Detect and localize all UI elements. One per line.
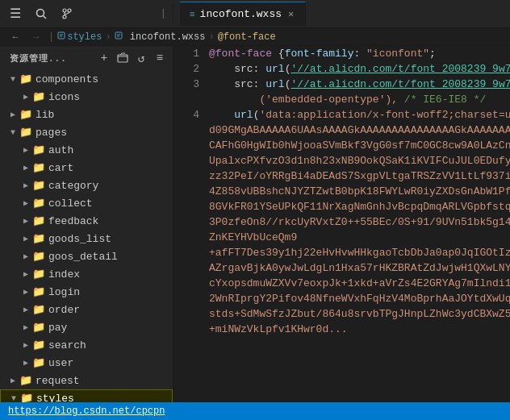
tree-item-user[interactable]: ▶ 📁 user [0,354,173,372]
status-left: https://blog.csdn.net/cpcpn [8,405,165,417]
tree-item-icons[interactable]: ▶ 📁 icons [0,88,173,106]
tree-item-styles[interactable]: ▼ 📁 styles [0,389,173,402]
svg-point-2 [63,9,66,12]
tree-label: user [48,357,73,369]
folder-icon: 📁 [32,232,45,245]
arrow-right-icon: ▶ [19,269,32,279]
tree-label: cart [48,162,73,174]
arrow-right-icon: ▶ [19,358,32,368]
folder-icon: 📁 [32,214,45,227]
breadcrumb-at-font-face[interactable]: @font-face [218,31,276,43]
new-folder-icon[interactable] [115,50,131,66]
folder-icon: 📁 [32,179,45,192]
tab-incofont[interactable]: ≡ incofont.wxss ✕ [180,2,306,26]
svg-rect-8 [115,32,122,39]
tree-label: category [48,180,98,192]
breadcrumb-file[interactable]: incofont.wxss [115,31,206,43]
tree-item-collect[interactable]: ▶ 📁 collect [0,194,173,212]
code-line-b64-11: cYxopsdmuWZXVv7eoxpJk+1xkd+aVrZs4E2GRYAg… [206,276,510,291]
folder-icon: 📁 [32,250,45,263]
svg-point-4 [63,15,66,19]
code-lines-container: @font-face { font-family : "iconfont" ; … [206,46,510,402]
arrow-right-icon: ▶ [19,234,32,243]
url-link[interactable]: '//at.alicdn.com/t/font_2008239_9w7isugj… [291,61,510,77]
tree-label: pages [36,127,67,139]
tree-item-goods-list[interactable]: ▶ 📁 goods_list [0,230,173,247]
tree-label: feedback [48,215,98,227]
code-line-b64-7: 3P0zfeOn8//rkcUyRVxtZ0++55BEc/0S+91/9UVn… [206,214,510,230]
breadcrumb-styles[interactable]: styles [57,31,102,43]
tree-item-order[interactable]: ▶ 📁 order [0,301,173,318]
svg-rect-5 [58,32,65,39]
tree-item-auth[interactable]: ▶ 📁 auth [0,141,173,159]
status-bar: https://blog.csdn.net/cpcpn [0,402,510,420]
folder-icon: 📁 [32,90,45,103]
breadcrumb-forward-icon[interactable]: → [27,28,45,46]
arrow-right-icon: ▶ [19,163,32,173]
tree-item-category[interactable]: ▶ 📁 category [0,177,173,194]
search-icon[interactable] [32,5,50,23]
code-line-b64-1: d09GMgABAAAAA6UAAsAAAAGkAAAAAAAAAAAAAAAG… [206,123,510,138]
tree-item-components[interactable]: ▼ 📁 components [0,70,173,88]
collapse-icon[interactable]: ≡ [152,50,168,66]
code-line-b64-14: +miNWzVkLpfv1KHwr0d... [206,322,510,337]
tree-item-feedback[interactable]: ▶ 📁 feedback [0,212,173,230]
code-line-cont-1: ('embedded-opentype'), /* IE6-IE8 */ [206,92,510,107]
arrow-right-icon: ▶ [19,216,32,226]
svg-point-3 [68,9,71,12]
tree-label: goos_detail [48,251,118,263]
arrow-right-icon: ▶ [19,92,32,102]
arrow-down-icon: ▼ [6,75,19,84]
folder-icon: 📁 [19,374,32,387]
tree-label: login [48,286,80,298]
menu-icon[interactable]: ☰ [6,5,24,23]
code-line-b64-8: ZnKEYHVbUceQm9 [206,230,510,245]
tree-item-login[interactable]: ▶ 📁 login [0,283,173,301]
arrow-right-icon: ▶ [19,287,32,297]
tree-label: auth [48,144,73,156]
tree-item-pages[interactable]: ▼ 📁 pages [0,123,173,141]
tree-item-request[interactable]: ▶ 📁 request [0,372,173,389]
folder-open-icon: 📁 [19,73,32,85]
tree-label: request [36,375,80,387]
arrow-down-icon: ▼ [7,394,20,403]
tree-item-lib[interactable]: ▶ 📁 lib [0,106,173,123]
toolbar-left: ☰ | [0,5,173,23]
tab-label: incofont.wxss [200,8,282,20]
new-file-icon[interactable]: + [96,50,112,66]
tree-item-pay[interactable]: ▶ 📁 pay [0,318,173,336]
refresh-icon[interactable]: ↺ [133,50,149,66]
folder-open-icon: 📁 [20,392,33,402]
status-url[interactable]: https://blog.csdn.net/cpcpn [8,405,165,417]
folder-icon: 📁 [32,268,45,281]
code-content[interactable]: 1 2 3 4 [173,46,510,402]
tab-close-button[interactable]: ✕ [286,7,295,21]
code-line-4: url ( 'data:application/x-font-woff2;cha… [206,107,510,123]
tree-label: icons [48,91,80,103]
breadcrumb-back-icon[interactable]: ← [6,28,24,46]
main-area: 资源管理... + ↺ ≡ ▼ 📁 components [0,46,510,402]
folder-icon: 📁 [32,197,45,210]
arrow-right-icon: ▶ [19,252,32,261]
arrow-right-icon: ▶ [19,145,32,155]
url-link-2[interactable]: '//at.alicdn.com/t/font_2008239_9w7isugj… [291,77,510,92]
sidebar-header-row: 资源管理... + ↺ ≡ [0,46,173,70]
code-line-b64-12: 2WnRIprgY2Pifov48NfneWVxhFqHzV4MoBprhAaJ… [206,291,510,306]
arrow-right-icon: ▶ [19,340,32,350]
tree-item-index[interactable]: ▶ 📁 index [0,265,173,283]
tree-label: goods_list [48,233,111,245]
tree-item-cart[interactable]: ▶ 📁 cart [0,159,173,177]
source-control-icon[interactable] [58,5,76,23]
tree-item-search[interactable]: ▶ 📁 search [0,336,173,354]
code-line-b64-13: stds+SdMwSfzJZbut/864u8srvbTPgJHnpLZhWc3… [206,306,510,322]
line-numbers: 1 2 3 4 [173,46,206,402]
code-editor: 1 2 3 4 [173,46,510,402]
code-line-1: @font-face { font-family : "iconfont" ; [206,46,510,61]
code-line-b64-2: CAFhG0HgWIb0hWjooaSVmBkf3VgG0sf7mC0GC8cw… [206,138,510,153]
svg-point-0 [37,10,44,17]
tree-item-goos-detail[interactable]: ▶ 📁 goos_detail [0,247,173,265]
toolbar-right: ≡ incofont.wxss ✕ [173,0,510,28]
folder-icon: 📁 [32,321,45,334]
svg-rect-11 [118,55,128,62]
code-line-b64-6: 8GVkFR01YSeUPkQF11NrXagNmGnhJvBcpqDmqARL… [206,199,510,214]
